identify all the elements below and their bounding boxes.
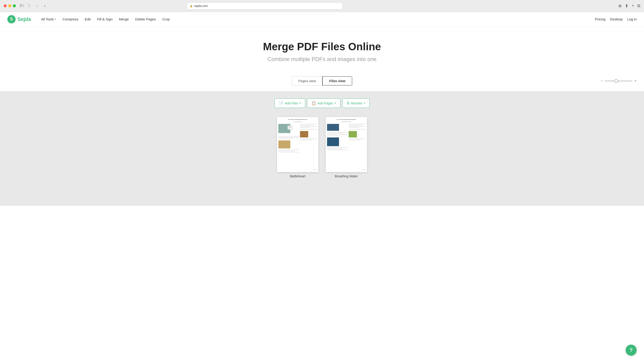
svg-rect-2: [22, 5, 24, 6]
zoom-in-button[interactable]: +: [634, 78, 637, 83]
nav-login[interactable]: Log in: [627, 17, 637, 21]
nav-desktop[interactable]: Desktop: [610, 17, 623, 21]
pdf-card-battleheart: Steve Paris' Paraphernalia Productions P…: [277, 117, 318, 178]
pages-view-button[interactable]: Pages view: [292, 76, 323, 85]
add-files-icon: 📄: [279, 101, 284, 105]
reorder-icon: ⇅: [346, 101, 350, 105]
chevron-icon: [26, 3, 30, 7]
svg-rect-0: [20, 4, 22, 7]
logo[interactable]: S Sejda: [7, 15, 31, 23]
chevron-down-icon: ▾: [364, 102, 365, 105]
nav-fill-sign[interactable]: Fill & Sign: [94, 15, 116, 23]
traffic-lights: [4, 4, 16, 7]
nav-compress[interactable]: Compress: [60, 15, 81, 23]
forward-button[interactable]: ›: [42, 3, 48, 9]
nav-delete-pages[interactable]: Delete Pages: [132, 15, 159, 23]
hero-section: Merge PDF Files Online Combine multiple …: [0, 27, 644, 72]
new-tab-icon[interactable]: +: [632, 3, 634, 8]
pdf-grid: Steve Paris' Paraphernalia Productions P…: [0, 117, 644, 178]
pdf-thumbnail-battleheart[interactable]: Steve Paris' Paraphernalia Productions P…: [277, 117, 318, 172]
svg-rect-1: [22, 4, 24, 5]
nav-pricing[interactable]: Pricing: [595, 17, 606, 21]
files-view-button[interactable]: Files view: [322, 76, 352, 86]
minimize-button[interactable]: [8, 4, 11, 7]
add-pages-icon: 📋: [312, 101, 316, 105]
pdf-card-label-battleheart: Battleheart: [290, 174, 306, 178]
download-icon[interactable]: ⊕: [618, 3, 622, 8]
back-button[interactable]: ‹: [35, 3, 40, 9]
nav-edit[interactable]: Edit: [82, 15, 94, 23]
maximize-button[interactable]: [13, 4, 16, 7]
browser-chrome: ‹ › 🔒 sejda.com ⊕ ⬆ + ⧉: [0, 0, 644, 12]
pdf-card-breathing-water: Steve Paris' Paraphernalia Productions P…: [326, 117, 367, 178]
reorder-button[interactable]: ⇅ Reorder ▾: [342, 98, 370, 108]
chevron-down-icon: ▾: [300, 102, 301, 105]
pdf-thumbnail-breathing-water[interactable]: Steve Paris' Paraphernalia Productions P…: [326, 117, 367, 172]
address-bar[interactable]: 🔒 sejda.com: [187, 2, 343, 10]
close-button[interactable]: [4, 4, 7, 7]
zoom-slider[interactable]: [605, 80, 632, 81]
nav-all-tools[interactable]: All Tools ▾: [38, 15, 59, 23]
lock-icon: 🔒: [190, 4, 193, 7]
url-text: sejda.com: [194, 4, 208, 7]
view-toggle: Pages view Files view: [292, 76, 352, 86]
logo-icon: S: [7, 15, 16, 23]
share-icon[interactable]: ⬆: [625, 3, 628, 8]
zoom-controls: − +: [600, 78, 637, 83]
hero-subtitle: Combine multiple PDFs and images into on…: [4, 56, 640, 62]
view-toggle-bar: Pages view Files view − +: [0, 72, 644, 91]
chevron-down-icon: ▾: [55, 18, 56, 21]
hero-title: Merge PDF Files Online: [4, 40, 640, 53]
pdf-card-label-breathing-water: Breathing Water: [335, 174, 358, 178]
sidebar-toggle[interactable]: [20, 4, 24, 8]
logo-name: Sejda: [18, 16, 31, 22]
add-files-button[interactable]: 📄 Add Files ▾: [274, 98, 305, 108]
nav-links: All Tools ▾ Compress Edit Fill & Sign Me…: [38, 15, 595, 23]
browser-actions: ⊕ ⬆ + ⧉: [618, 3, 640, 8]
zoom-out-button[interactable]: −: [600, 78, 603, 83]
main-content: 📄 Add Files ▾ 📋 Add Pages ▾ ⇅ Reorder ▾ …: [0, 91, 644, 206]
tabs-icon[interactable]: ⧉: [637, 3, 640, 8]
toolbar: 📄 Add Files ▾ 📋 Add Pages ▾ ⇅ Reorder ▾: [0, 98, 644, 108]
svg-rect-3: [22, 6, 24, 7]
navbar: S Sejda All Tools ▾ Compress Edit Fill &…: [0, 12, 644, 27]
nav-right: Pricing Desktop Log in: [595, 17, 637, 21]
nav-merge[interactable]: Merge: [116, 15, 132, 23]
browser-nav: ‹ ›: [35, 3, 48, 9]
add-pages-button[interactable]: 📋 Add Pages ▾: [307, 98, 340, 108]
chevron-down-icon: ▾: [335, 102, 336, 105]
nav-crop[interactable]: Crop: [160, 15, 173, 23]
